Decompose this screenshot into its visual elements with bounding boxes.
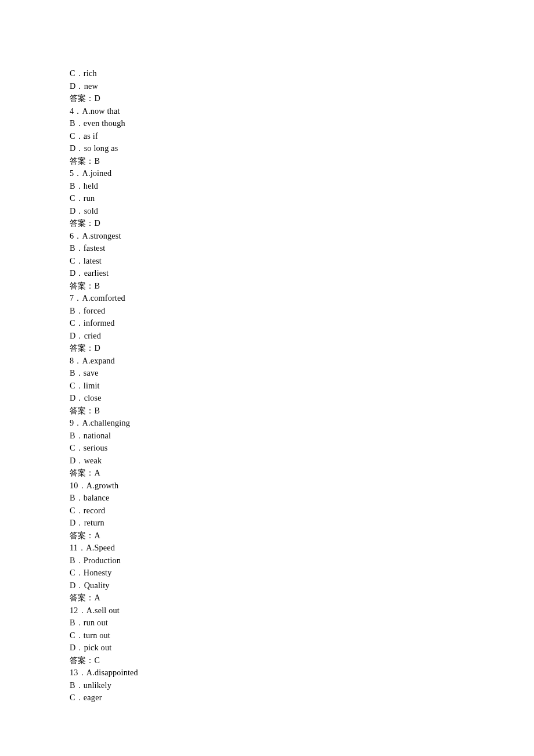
text-line: B．national bbox=[70, 430, 534, 442]
text-line: D．so long as bbox=[70, 142, 534, 155]
text-line: D．weak bbox=[70, 455, 534, 467]
text-line: C．record bbox=[70, 505, 534, 517]
text-line: 13．A.disappointed bbox=[70, 667, 534, 679]
text-line: C．turn out bbox=[70, 629, 534, 642]
text-line: C．informed bbox=[70, 317, 534, 330]
text-line: B．save bbox=[70, 367, 534, 380]
text-line: C．run bbox=[70, 192, 534, 205]
text-line: B．held bbox=[70, 180, 534, 193]
text-line: B．balance bbox=[70, 492, 534, 505]
text-line: 6．A.strongest bbox=[70, 230, 534, 243]
text-line: C．rich bbox=[70, 67, 534, 80]
text-line: C．serious bbox=[70, 442, 534, 455]
text-line: 5．A.joined bbox=[70, 167, 534, 180]
text-line: C．latest bbox=[70, 255, 534, 268]
text-line: B．even though bbox=[70, 117, 534, 130]
text-line: 11．A.Speed bbox=[70, 542, 534, 555]
text-line: B．Production bbox=[70, 555, 534, 567]
answer-line: 答案：A bbox=[70, 467, 534, 480]
answer-line: 答案：A bbox=[70, 592, 534, 604]
answer-line: 答案：B bbox=[70, 405, 534, 417]
text-line: C．as if bbox=[70, 130, 534, 143]
text-line: C．eager bbox=[70, 692, 534, 704]
text-line: D．earliest bbox=[70, 267, 534, 280]
text-line: D．cried bbox=[70, 330, 534, 343]
text-line: 12．A.sell out bbox=[70, 604, 534, 617]
answer-line: 答案：D bbox=[70, 92, 534, 105]
text-line: D．close bbox=[70, 392, 534, 405]
text-line: C．limit bbox=[70, 380, 534, 393]
text-line: 8．A.expand bbox=[70, 355, 534, 368]
text-line: 7．A.comforted bbox=[70, 292, 534, 305]
answer-line: 答案：D bbox=[70, 342, 534, 355]
text-line: 10．A.growth bbox=[70, 480, 534, 492]
answer-line: 答案：B bbox=[70, 280, 534, 293]
text-line: B．forced bbox=[70, 305, 534, 318]
text-line: D．pick out bbox=[70, 642, 534, 654]
answer-line: 答案：A bbox=[70, 530, 534, 542]
text-line: 9．A.challenging bbox=[70, 417, 534, 430]
text-line: D．return bbox=[70, 517, 534, 530]
text-line: C．Honesty bbox=[70, 567, 534, 579]
text-line: 4．A.now that bbox=[70, 105, 534, 118]
document-page: C．rich D．new 答案：D 4．A.now that B．even th… bbox=[0, 0, 534, 756]
text-line: D．sold bbox=[70, 205, 534, 218]
answer-line: 答案：B bbox=[70, 155, 534, 168]
answer-line: 答案：C bbox=[70, 654, 534, 667]
text-line: B．fastest bbox=[70, 242, 534, 255]
text-line: B．unlikely bbox=[70, 679, 534, 692]
text-line: B．run out bbox=[70, 617, 534, 629]
text-line: D．new bbox=[70, 80, 534, 93]
answer-line: 答案：D bbox=[70, 217, 534, 230]
text-line: D．Quality bbox=[70, 579, 534, 592]
